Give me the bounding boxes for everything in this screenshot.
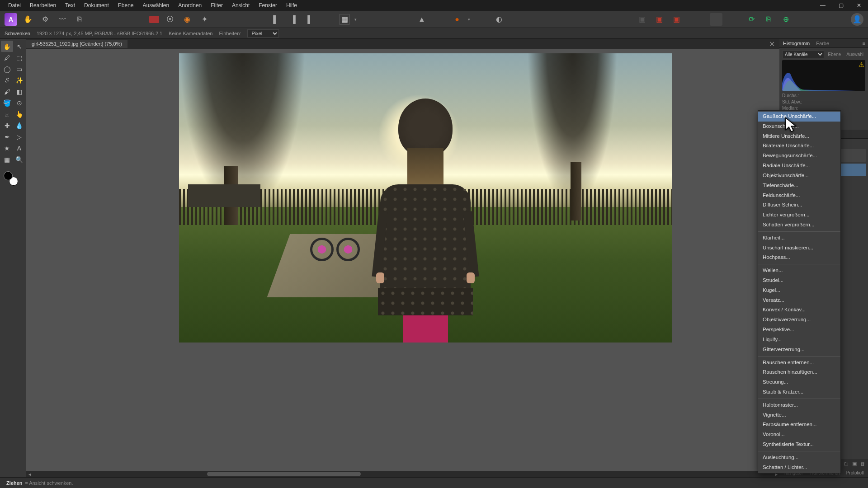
filter-menu-item[interactable]: Synthetisierte Textur...	[758, 440, 840, 450]
menu-item-anordnen[interactable]: Anordnen	[174, 0, 206, 10]
brush-tool-icon[interactable]: 🖌	[1, 86, 13, 97]
filter-menu-item[interactable]: Bewegungsunschärfe...	[758, 151, 840, 161]
tab-close-icon[interactable]: ✕	[764, 40, 779, 48]
menu-item-auswählen[interactable]: Auswählen	[138, 0, 174, 10]
maximize-button[interactable]: ▢	[832, 0, 850, 11]
filter-menu-item[interactable]: Hochpass...	[758, 253, 840, 263]
filter-menu-item[interactable]: Rauschen entfernen...	[758, 358, 840, 368]
filter-menu-item[interactable]: Mittlere Unschärfe...	[758, 131, 840, 141]
filter-menu-item[interactable]: Lichter vergrößern...	[758, 210, 840, 220]
layer-folder-icon[interactable]: 🗀	[844, 461, 849, 466]
histogram-warning-icon[interactable]: ⚠	[859, 61, 864, 68]
close-button[interactable]: ✕	[850, 0, 868, 11]
minimize-button[interactable]: —	[814, 0, 832, 11]
filter-menu-item[interactable]: Liquify...	[758, 335, 840, 345]
mesh-tool-icon[interactable]: ▦	[1, 154, 13, 165]
filter-menu-item[interactable]: Boxunschärfe...	[758, 122, 840, 131]
horizontal-scrollbar[interactable]: ◂ ▸	[26, 471, 779, 477]
zoom-tool-icon[interactable]: 🔍	[13, 154, 25, 165]
selection-brush-tool-icon[interactable]: ◯	[1, 63, 13, 75]
menu-item-bearbeiten[interactable]: Bearbeiten	[25, 0, 61, 10]
units-select[interactable]: Pixel	[247, 29, 279, 38]
color-chip-icon[interactable]	[149, 16, 159, 23]
sync-b-icon[interactable]: ⎘	[762, 13, 775, 26]
filter-menu-item[interactable]: Objektivverzerrung...	[758, 315, 840, 325]
persona-hand-icon[interactable]: ✋	[22, 13, 34, 26]
menu-item-fenster[interactable]: Fenster	[254, 0, 282, 10]
node-tool-icon[interactable]: ▷	[13, 131, 25, 142]
hand-tool-icon[interactable]: ✋	[1, 41, 13, 52]
filter-menu-item[interactable]: Wellen...	[758, 266, 840, 276]
persona-export-icon[interactable]: ⎘	[73, 13, 86, 26]
canvas-viewport[interactable]: ◂ ▸	[26, 49, 779, 477]
healing-tool-icon[interactable]: ✚	[1, 120, 13, 131]
sync-a-icon[interactable]: ⟳	[745, 13, 758, 26]
flood-select-tool-icon[interactable]: ✨	[13, 75, 25, 86]
fill-tool-icon[interactable]: 🪣	[1, 97, 13, 108]
record-icon[interactable]: ●	[451, 13, 463, 26]
stack-b-icon[interactable]: ▣	[653, 13, 665, 26]
histogram-tab[interactable]: Histogramm	[783, 41, 810, 46]
histo-mode-layer[interactable]: Ebene	[826, 52, 843, 57]
menu-item-datei[interactable]: Datei	[4, 0, 25, 10]
move-tool-icon[interactable]: ↖	[13, 41, 25, 52]
lasso-tool-icon[interactable]: 𝓢	[1, 75, 13, 86]
scrollbar-thumb[interactable]	[207, 472, 361, 476]
scroll-left-icon[interactable]: ◂	[26, 472, 33, 477]
stack-c-icon[interactable]: ▣	[670, 13, 683, 26]
align-left-icon[interactable]: ▌	[269, 13, 282, 26]
filter-menu-item[interactable]: Halbtonraster...	[758, 400, 840, 410]
filter-menu-item[interactable]: Objektivunschärfe...	[758, 171, 840, 181]
filter-menu-item[interactable]: Schatten vergrößern...	[758, 220, 840, 230]
menu-item-ansicht[interactable]: Ansicht	[227, 0, 254, 10]
shape-tool-icon[interactable]: ★	[1, 142, 13, 154]
filter-menu-item[interactable]: Rauschen hinzufügen...	[758, 367, 840, 377]
align-right-icon[interactable]: ▌	[304, 13, 316, 26]
filter-menu-item[interactable]: Strudel...	[758, 276, 840, 286]
filter-menu-item[interactable]: Staub & Kratzer...	[758, 387, 840, 397]
filter-menu-item[interactable]: Farbsäume entfernen...	[758, 420, 840, 430]
menu-item-text[interactable]: Text	[61, 0, 80, 10]
filter-menu-item[interactable]: Feldunschärfe...	[758, 191, 840, 201]
menu-item-filter[interactable]: Filter	[206, 0, 227, 10]
account-avatar-icon[interactable]: 👤	[851, 13, 863, 26]
dodge-tool-icon[interactable]: ☼	[1, 108, 13, 120]
histo-mode-selection[interactable]: Auswahl	[844, 52, 865, 57]
filter-menu-item[interactable]: Tiefenschärfe...	[758, 181, 840, 191]
layer-delete-icon[interactable]: 🗑	[860, 461, 865, 466]
filter-menu-item[interactable]: Schatten / Lichter...	[758, 463, 840, 473]
filter-menu-item[interactable]: Vignette...	[758, 410, 840, 420]
filter-menu-item[interactable]: Konvex / Konkav...	[758, 305, 840, 315]
layer-add-icon[interactable]: ▣	[852, 461, 857, 467]
color-swatch[interactable]	[4, 171, 18, 186]
filter-menu-item[interactable]: Unscharf maskieren...	[758, 243, 840, 253]
channel-select[interactable]: Alle Kanäle	[782, 51, 824, 58]
snap-dropdown[interactable]: ▦	[339, 14, 350, 25]
filter-menu-item[interactable]: Voronoi...	[758, 430, 840, 440]
filter-menu-item[interactable]: Radiale Unschärfe...	[758, 161, 840, 171]
color-tab[interactable]: Farbe	[816, 41, 829, 46]
panel-menu-icon[interactable]: ≡	[860, 41, 868, 46]
smudge-tool-icon[interactable]: 👆	[13, 108, 25, 120]
clone-tool-icon[interactable]: ⊙	[13, 97, 25, 108]
filter-menu-item[interactable]: Gaußsche Unschärfe...	[758, 112, 840, 122]
pen-tool-icon[interactable]: ✒	[1, 131, 13, 142]
eyedropper-icon[interactable]: ⦿	[164, 13, 176, 26]
marquee-tool-icon[interactable]: ▭	[13, 63, 25, 75]
filter-menu-item[interactable]: Streuung...	[758, 377, 840, 387]
persona-liquify-icon[interactable]: 〰	[56, 13, 69, 26]
crop-tool-icon[interactable]: ⬚	[13, 52, 25, 63]
quickmask-icon[interactable]: ◐	[493, 13, 505, 26]
text-tool-icon[interactable]: A	[13, 142, 25, 154]
filter-menu-item[interactable]: Bilaterale Unschärfe...	[758, 141, 840, 151]
arrange-forward-icon[interactable]: ▲	[415, 13, 428, 26]
filter-menu-item[interactable]: Versatz...	[758, 296, 840, 305]
color-wheel-icon[interactable]: ◉	[181, 13, 193, 26]
filter-menu-item[interactable]: Perspektive...	[758, 325, 840, 335]
colorpicker-tool-icon[interactable]: 🖊	[1, 52, 13, 63]
filter-menu-item[interactable]: Diffuser Schein...	[758, 200, 840, 210]
filter-menu-item[interactable]: Kugel...	[758, 286, 840, 296]
eraser-tool-icon[interactable]: ◧	[13, 86, 25, 97]
filter-menu-item[interactable]: Klarheit...	[758, 233, 840, 243]
menu-item-dokument[interactable]: Dokument	[80, 0, 113, 10]
